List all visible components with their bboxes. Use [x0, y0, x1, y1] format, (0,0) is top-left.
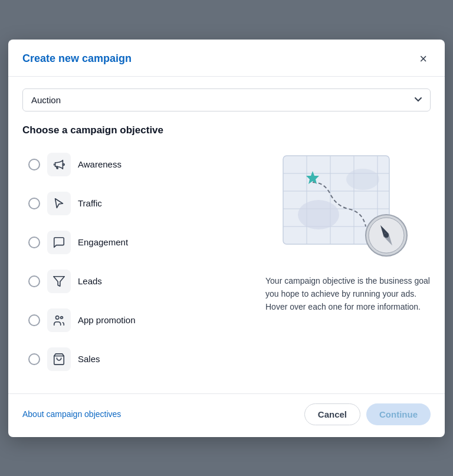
- footer-buttons: Cancel Continue: [304, 403, 431, 425]
- svg-point-15: [346, 169, 379, 190]
- awareness-label: Awareness: [78, 159, 122, 169]
- modal-overlay: Create new campaign × Auction Fixed Choo…: [0, 0, 453, 476]
- radio-traffic[interactable]: [28, 198, 40, 209]
- objective-app-promotion[interactable]: App promotion: [22, 303, 251, 338]
- cancel-button[interactable]: Cancel: [304, 403, 360, 425]
- filter-icon: [52, 275, 65, 288]
- objective-awareness[interactable]: Awareness: [22, 147, 251, 182]
- cursor-icon: [52, 197, 65, 210]
- description-text: Your campaign objective is the business …: [265, 274, 431, 314]
- modal-footer: About campaign objectives Cancel Continu…: [8, 393, 445, 437]
- objective-traffic[interactable]: Traffic: [22, 186, 251, 221]
- objectives-list: Awareness Traffic: [22, 147, 251, 377]
- dropdown-row: Auction Fixed: [22, 88, 431, 111]
- engagement-icon-box: [47, 231, 71, 254]
- modal-body: Auction Fixed Choose a campaign objectiv…: [8, 77, 445, 389]
- radio-leads[interactable]: [28, 275, 40, 287]
- illustration: [265, 147, 431, 265]
- modal-dialog: Create new campaign × Auction Fixed Choo…: [8, 40, 445, 437]
- section-title: Choose a campaign objective: [22, 124, 431, 136]
- bag-icon: [52, 353, 65, 366]
- close-button[interactable]: ×: [416, 51, 431, 67]
- campaign-type-dropdown[interactable]: Auction Fixed: [22, 88, 431, 111]
- svg-point-0: [63, 163, 64, 165]
- objective-leads[interactable]: Leads: [22, 264, 251, 299]
- leads-label: Leads: [78, 276, 102, 286]
- traffic-label: Traffic: [78, 198, 102, 208]
- radio-sales[interactable]: [28, 353, 40, 365]
- svg-marker-1: [54, 276, 64, 286]
- awareness-icon-box: [47, 153, 71, 176]
- app-promotion-icon-box: [47, 308, 71, 332]
- chat-icon: [52, 236, 65, 249]
- engagement-label: Engagement: [78, 237, 128, 247]
- right-panel: Your campaign objective is the business …: [265, 147, 431, 377]
- svg-point-14: [298, 200, 339, 229]
- sales-label: Sales: [78, 354, 100, 364]
- svg-point-2: [56, 316, 60, 319]
- svg-point-21: [384, 233, 389, 238]
- content-area: Awareness Traffic: [22, 147, 431, 377]
- megaphone-icon: [52, 158, 65, 171]
- people-icon: [52, 314, 65, 327]
- sales-icon-box: [47, 347, 71, 371]
- objective-sales[interactable]: Sales: [22, 342, 251, 377]
- traffic-icon-box: [47, 192, 71, 215]
- svg-point-3: [61, 316, 63, 319]
- app-promotion-label: App promotion: [78, 315, 136, 325]
- about-link[interactable]: About campaign objectives: [22, 409, 121, 419]
- modal-title: Create new campaign: [22, 52, 132, 65]
- modal-header: Create new campaign ×: [8, 40, 445, 77]
- radio-engagement[interactable]: [28, 237, 40, 248]
- radio-app-promotion[interactable]: [28, 314, 40, 326]
- continue-button[interactable]: Continue: [366, 403, 431, 425]
- map-compass-illustration: [271, 150, 425, 262]
- radio-awareness[interactable]: [28, 159, 40, 170]
- leads-icon-box: [47, 270, 71, 293]
- objective-engagement[interactable]: Engagement: [22, 225, 251, 260]
